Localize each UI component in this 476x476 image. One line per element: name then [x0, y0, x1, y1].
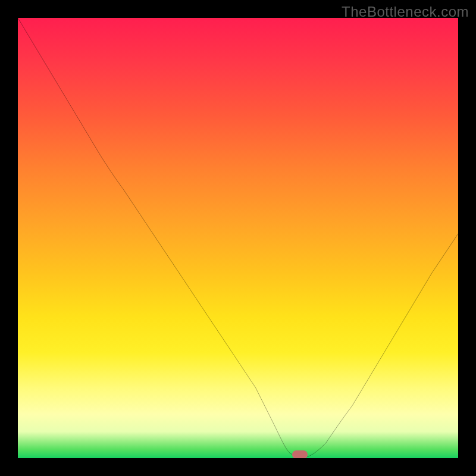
bottleneck-curve-svg	[18, 18, 458, 458]
bottleneck-curve	[18, 18, 458, 456]
watermark-text: TheBottleneck.com	[342, 4, 469, 20]
plot-area	[18, 18, 458, 458]
chart-frame: TheBottleneck.com	[0, 0, 476, 476]
optimal-marker	[292, 450, 308, 458]
